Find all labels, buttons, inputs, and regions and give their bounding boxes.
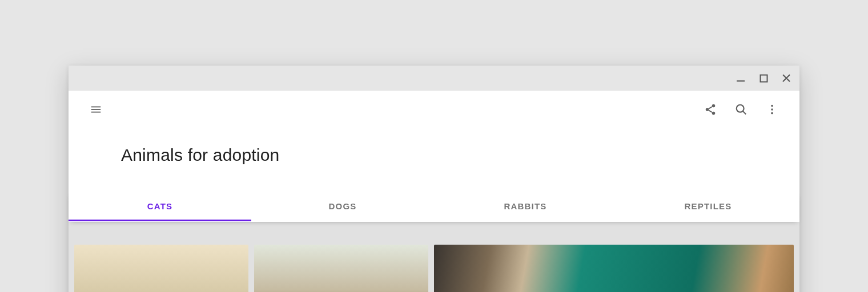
more-vert-icon: [766, 103, 778, 116]
tab-dogs[interactable]: DOGS: [251, 192, 434, 221]
svg-point-7: [712, 112, 716, 115]
more-button[interactable]: [761, 98, 783, 121]
tab-label: CATS: [147, 201, 173, 211]
app-window: Animals for adoption CATS DOGS RABBITS R…: [69, 66, 799, 292]
tab-label: REPTILES: [685, 201, 732, 211]
app-top-bar: [69, 91, 799, 128]
tab-cats[interactable]: CATS: [69, 192, 251, 221]
svg-rect-0: [737, 80, 745, 82]
menu-button[interactable]: [85, 98, 107, 121]
window-close-button[interactable]: [781, 73, 791, 83]
window-titlebar: [69, 66, 799, 91]
svg-rect-4: [91, 112, 101, 113]
svg-point-11: [771, 112, 773, 115]
animal-card[interactable]: [434, 245, 794, 292]
svg-point-5: [712, 104, 716, 108]
search-button[interactable]: [730, 98, 753, 121]
animal-card[interactable]: [254, 245, 428, 292]
svg-point-8: [737, 105, 744, 112]
share-icon: [704, 103, 717, 116]
minimize-icon: [736, 74, 745, 83]
animal-card[interactable]: [74, 245, 248, 292]
tab-bar: CATS DOGS RABBITS REPTILES: [69, 192, 799, 222]
svg-rect-2: [91, 107, 101, 108]
share-button[interactable]: [699, 98, 722, 121]
search-icon: [735, 103, 748, 116]
svg-point-9: [771, 105, 773, 107]
close-icon: [782, 74, 791, 83]
svg-point-10: [771, 108, 773, 111]
tab-indicator: [69, 220, 251, 221]
tab-rabbits[interactable]: RABBITS: [434, 192, 617, 221]
tab-label: DOGS: [329, 201, 357, 211]
page-header: Animals for adoption: [69, 128, 799, 192]
svg-point-6: [706, 108, 709, 111]
tab-label: RABBITS: [504, 201, 546, 211]
tab-reptiles[interactable]: REPTILES: [617, 192, 799, 221]
svg-rect-1: [760, 75, 767, 82]
window-minimize-button[interactable]: [736, 73, 746, 83]
svg-rect-3: [91, 109, 101, 110]
page-title: Animals for adoption: [121, 145, 799, 165]
maximize-icon: [760, 74, 768, 83]
window-maximize-button[interactable]: [758, 73, 769, 83]
hamburger-icon: [90, 103, 102, 116]
content-grid: [69, 222, 799, 292]
